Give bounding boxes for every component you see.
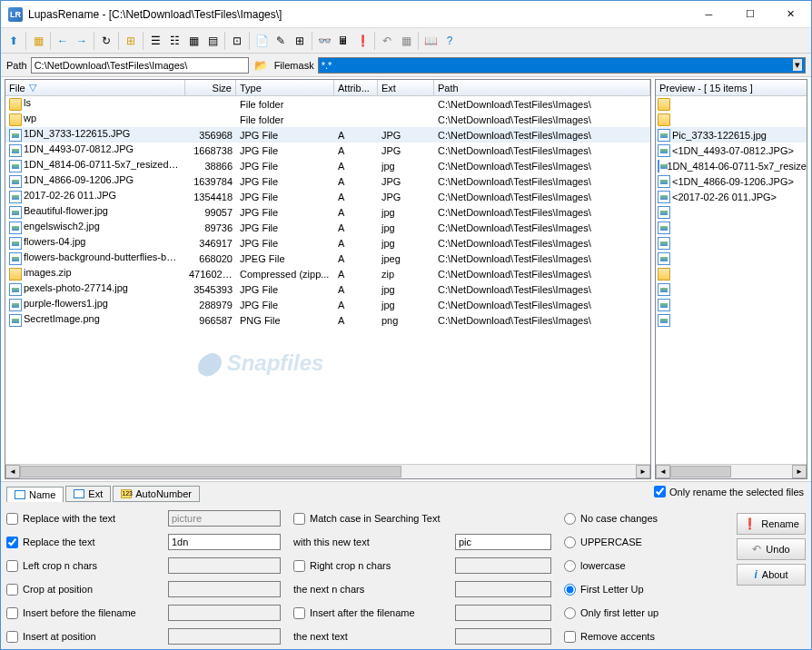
select-all-icon[interactable]: ☰ bbox=[146, 32, 164, 50]
preview-header[interactable]: Preview - [ 15 items ] bbox=[656, 80, 807, 96]
minimize-button[interactable]: ─ bbox=[688, 1, 729, 27]
list-item[interactable] bbox=[656, 266, 807, 281]
table-row[interactable]: 1DN_4493-07-0812.JPG1668738JPG FileAJPGC… bbox=[5, 143, 650, 158]
col-path[interactable]: Path bbox=[434, 80, 650, 95]
insert-after-checkbox[interactable] bbox=[293, 607, 305, 619]
table-row[interactable]: 1DN_4814-06-0711-5x7_resized-1.j...38866… bbox=[5, 158, 650, 173]
apps-icon[interactable]: ⊞ bbox=[291, 32, 309, 50]
table-row[interactable]: pexels-photo-27714.jpg3545393JPG FileAjp… bbox=[5, 281, 650, 297]
refresh-icon[interactable]: ▦ bbox=[29, 32, 47, 50]
rename-button[interactable]: ❗Rename bbox=[737, 513, 806, 535]
undo-icon[interactable]: ↶ bbox=[378, 32, 396, 50]
maximize-button[interactable]: ☐ bbox=[729, 1, 770, 27]
scroll-left-icon[interactable]: ◄ bbox=[656, 465, 670, 478]
next-text-input[interactable] bbox=[455, 628, 551, 645]
calc-icon[interactable]: 🖩 bbox=[334, 32, 352, 50]
warn-icon[interactable]: ❗ bbox=[353, 32, 371, 50]
table-row[interactable]: 2017-02-26 011.JPG1354418JPG FileAJPGC:\… bbox=[5, 189, 650, 204]
first-letter-up-radio[interactable] bbox=[564, 584, 576, 596]
list-item[interactable]: <1DN_4814-06-0711-5x7_resized-1. bbox=[656, 158, 807, 173]
h-scrollbar[interactable]: ◄ ► bbox=[5, 464, 650, 478]
list-item[interactable] bbox=[656, 297, 807, 312]
scroll-left-icon[interactable]: ◄ bbox=[5, 465, 20, 478]
list-item[interactable] bbox=[656, 96, 807, 112]
scroll-right-icon[interactable]: ► bbox=[792, 465, 807, 478]
right-crop-input[interactable] bbox=[455, 557, 551, 574]
about-button[interactable]: iAbout bbox=[737, 564, 806, 586]
table-row[interactable]: flowers-04.jpg346917JPG FileAjpgC:\NetDo… bbox=[5, 235, 650, 251]
list-item[interactable] bbox=[656, 220, 807, 235]
tab-ext[interactable]: Ext bbox=[65, 486, 111, 502]
list-item[interactable] bbox=[656, 312, 807, 328]
table-row[interactable]: purple-flowers1.jpg288979JPG FileAjpgC:\… bbox=[5, 297, 650, 312]
col-size[interactable]: Size bbox=[185, 80, 236, 95]
tab-autonumber[interactable]: 123AutoNumber bbox=[113, 486, 200, 502]
up-icon[interactable]: ⬆ bbox=[5, 32, 23, 50]
col-file[interactable]: File ▽ bbox=[5, 80, 185, 95]
undo-button[interactable]: ↶Undo bbox=[737, 538, 806, 560]
list-item[interactable] bbox=[656, 204, 807, 220]
table-row[interactable]: lsFile folderC:\NetDownload\TestFiles\Im… bbox=[5, 96, 650, 112]
filemask-select[interactable]: *.* bbox=[318, 57, 806, 74]
uppercase-radio[interactable] bbox=[564, 537, 576, 548]
browse-folder-icon[interactable]: 📂 bbox=[253, 56, 271, 74]
only-rename-checkbox[interactable] bbox=[654, 486, 666, 497]
copy-icon[interactable]: 📄 bbox=[253, 32, 271, 50]
reload-icon[interactable]: ↻ bbox=[97, 32, 115, 50]
table-row[interactable]: images.zip47160266Compressed (zipp...Azi… bbox=[5, 266, 650, 281]
preview-list-body[interactable]: Pic_3733-122615.jpg<1DN_4493-07-0812.JPG… bbox=[656, 96, 807, 464]
col-attrib[interactable]: Attrib... bbox=[334, 80, 378, 95]
list-item[interactable]: Pic_3733-122615.jpg bbox=[656, 127, 807, 143]
question-icon[interactable]: ? bbox=[441, 32, 459, 50]
lowercase-radio[interactable] bbox=[564, 560, 576, 572]
with-new-input[interactable] bbox=[455, 534, 551, 550]
grid-icon[interactable]: ▦ bbox=[184, 32, 203, 50]
help-icon[interactable]: 📖 bbox=[421, 32, 440, 50]
list-item[interactable]: <1DN_4493-07-0812.JPG> bbox=[656, 143, 807, 158]
tab-name[interactable]: Name bbox=[6, 487, 64, 502]
preview-h-scrollbar[interactable]: ◄ ► bbox=[656, 464, 807, 478]
list-item[interactable] bbox=[656, 281, 807, 297]
table-row[interactable]: flowers-background-butterflies-beau...66… bbox=[5, 251, 650, 266]
table-row[interactable]: 1DN_4866-09-1206.JPG1639784JPG FileAJPGC… bbox=[5, 173, 650, 189]
next-n-input[interactable] bbox=[455, 581, 551, 597]
insert-before-input[interactable] bbox=[168, 605, 281, 621]
list-item[interactable] bbox=[656, 235, 807, 251]
col-type[interactable]: Type bbox=[236, 80, 334, 95]
insert-after-input[interactable] bbox=[455, 605, 551, 621]
back-icon[interactable]: ← bbox=[54, 32, 72, 50]
no-case-radio[interactable] bbox=[564, 513, 576, 525]
table-row[interactable]: 1DN_3733-122615.JPG356968JPG FileAJPGC:\… bbox=[5, 127, 650, 143]
right-crop-checkbox[interactable] bbox=[293, 560, 305, 572]
col-ext[interactable]: Ext bbox=[378, 80, 434, 95]
only-first-radio[interactable] bbox=[564, 607, 576, 619]
edit-icon[interactable]: ✎ bbox=[272, 32, 290, 50]
left-crop-input[interactable] bbox=[168, 557, 281, 574]
replace-the-input[interactable] bbox=[168, 534, 281, 550]
table-row[interactable]: wpFile folderC:\NetDownload\TestFiles\Im… bbox=[5, 112, 650, 127]
replace-the-checkbox[interactable] bbox=[6, 537, 18, 548]
scroll-right-icon[interactable]: ► bbox=[636, 465, 650, 478]
list-item[interactable]: <1DN_4866-09-1206.JPG> bbox=[656, 173, 807, 189]
path-input[interactable] bbox=[31, 57, 249, 74]
redo-icon[interactable]: ▦ bbox=[397, 32, 415, 50]
replace-with-checkbox[interactable] bbox=[6, 513, 18, 525]
insert-at-checkbox[interactable] bbox=[6, 631, 18, 643]
tree-icon[interactable]: ⊞ bbox=[122, 32, 140, 50]
left-crop-checkbox[interactable] bbox=[6, 560, 18, 572]
file-list-body[interactable]: ⬤ Snapfiles lsFile folderC:\NetDownload\… bbox=[5, 96, 650, 464]
select-none-icon[interactable]: ☷ bbox=[165, 32, 183, 50]
list-item[interactable] bbox=[656, 251, 807, 266]
insert-before-checkbox[interactable] bbox=[6, 607, 18, 619]
list-icon[interactable]: ▤ bbox=[203, 32, 222, 50]
match-case-checkbox[interactable] bbox=[293, 513, 305, 525]
remove-accents-checkbox[interactable] bbox=[564, 631, 576, 643]
close-button[interactable]: ✕ bbox=[770, 1, 811, 27]
crop-at-input[interactable] bbox=[168, 581, 281, 597]
table-row[interactable]: Beautiful-flower.jpg99057JPG FileAjpgC:\… bbox=[5, 204, 650, 220]
replace-with-input[interactable] bbox=[168, 510, 281, 527]
find-icon[interactable]: 👓 bbox=[315, 32, 333, 50]
forward-icon[interactable]: → bbox=[73, 32, 91, 50]
list-item[interactable] bbox=[656, 112, 807, 127]
expand-icon[interactable]: ⊡ bbox=[228, 32, 246, 50]
